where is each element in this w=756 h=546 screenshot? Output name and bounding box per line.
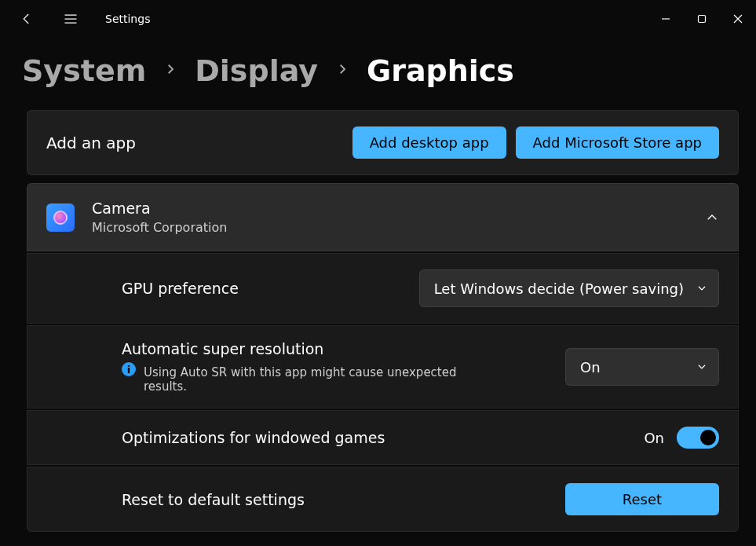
windowed-opt-toggle[interactable] — [677, 427, 719, 449]
toggle-knob — [700, 430, 716, 445]
auto-sr-value: On — [580, 359, 601, 376]
add-store-app-button[interactable]: Add Microsoft Store app — [516, 126, 719, 159]
breadcrumb-display[interactable]: Display — [195, 53, 318, 88]
app-publisher: Microsoft Corporation — [92, 220, 705, 235]
maximize-icon — [697, 14, 707, 24]
gpu-preference-value: Let Windows decide (Power saving) — [434, 280, 684, 297]
gpu-preference-select[interactable]: Let Windows decide (Power saving) — [419, 269, 719, 307]
breadcrumb: System Display Graphics — [0, 38, 756, 110]
chevron-down-icon — [696, 361, 707, 372]
windowed-opt-row: Optimizations for windowed games On — [27, 410, 739, 465]
reset-label: Reset to default settings — [122, 491, 565, 508]
hamburger-menu-button[interactable] — [58, 6, 83, 31]
windowed-opt-state: On — [644, 430, 664, 446]
maximize-button[interactable] — [684, 3, 720, 35]
close-icon — [733, 14, 743, 24]
breadcrumb-system[interactable]: System — [22, 53, 146, 88]
back-arrow-icon — [20, 12, 34, 26]
back-button[interactable] — [14, 6, 39, 31]
reset-button[interactable]: Reset — [565, 483, 719, 515]
info-icon: i — [122, 362, 136, 376]
breadcrumb-graphics: Graphics — [367, 53, 514, 88]
content-area: Add an app Add desktop app Add Microsoft… — [0, 110, 756, 532]
minimize-button[interactable] — [648, 3, 684, 35]
add-app-title: Add an app — [46, 134, 352, 152]
hamburger-icon — [63, 11, 79, 27]
auto-sr-select[interactable]: On — [565, 348, 719, 386]
gpu-preference-label: GPU preference — [122, 280, 419, 297]
chevron-down-icon — [696, 283, 707, 294]
breadcrumb-separator — [163, 62, 177, 79]
chevron-right-icon — [335, 62, 349, 76]
auto-sr-info: Using Auto SR with this app might cause … — [144, 365, 481, 394]
windowed-opt-label: Optimizations for windowed games — [122, 429, 644, 446]
auto-sr-row: Automatic super resolution i Using Auto … — [27, 325, 739, 409]
minimize-icon — [661, 14, 670, 24]
window-title: Settings — [105, 13, 150, 25]
app-group: Camera Microsoft Corporation GPU prefere… — [27, 183, 739, 532]
gpu-preference-row: GPU preference Let Windows decide (Power… — [27, 253, 739, 324]
chevron-right-icon — [163, 62, 177, 76]
camera-app-icon — [46, 203, 75, 232]
auto-sr-label: Automatic super resolution — [122, 340, 565, 357]
add-desktop-app-button[interactable]: Add desktop app — [352, 126, 506, 159]
breadcrumb-separator — [335, 62, 349, 79]
collapse-button[interactable] — [705, 211, 719, 225]
close-button[interactable] — [720, 3, 756, 35]
reset-row: Reset to default settings Reset — [27, 467, 739, 532]
app-header-row[interactable]: Camera Microsoft Corporation — [27, 183, 739, 251]
titlebar: Settings — [0, 0, 756, 38]
app-name: Camera — [92, 200, 705, 217]
add-app-card: Add an app Add desktop app Add Microsoft… — [27, 110, 739, 175]
svg-rect-0 — [699, 16, 706, 23]
chevron-up-icon — [705, 211, 719, 225]
